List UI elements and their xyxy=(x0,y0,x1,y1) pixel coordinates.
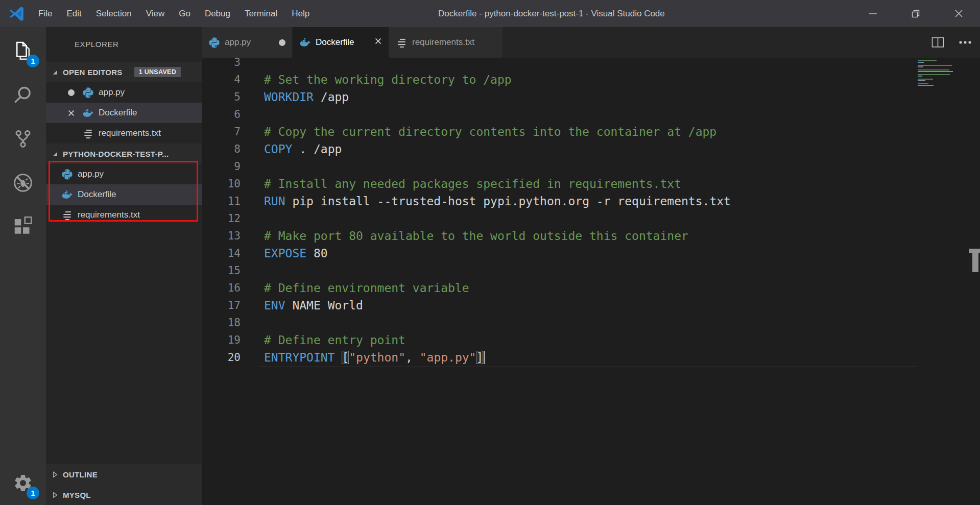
tab-requirements.txt[interactable]: requirements.txt xyxy=(389,27,503,58)
tab-Dockerfile[interactable]: Dockerfile xyxy=(293,27,389,58)
code-text: # Copy the current directory contents in… xyxy=(241,123,716,140)
code-line-8[interactable]: 8COPY . /app xyxy=(202,140,968,158)
line-number[interactable]: 15 xyxy=(202,262,241,279)
line-number[interactable]: 8 xyxy=(202,140,241,158)
code-line-6[interactable]: 6 xyxy=(202,106,968,123)
code-text xyxy=(241,158,264,175)
open-editors-label: OPEN EDITORS xyxy=(63,68,123,77)
text-file-icon xyxy=(82,128,94,139)
code-line-16[interactable]: 16# Define environment variable xyxy=(202,279,968,297)
settings-button[interactable]: 1 xyxy=(0,461,46,505)
line-number[interactable]: 13 xyxy=(202,227,241,245)
close-button[interactable] xyxy=(937,0,980,27)
minimize-button[interactable] xyxy=(851,0,894,27)
line-number[interactable]: 19 xyxy=(202,331,241,349)
explorer-activity-button[interactable]: 1 xyxy=(0,29,46,73)
menu-view[interactable]: View xyxy=(139,0,172,27)
line-number[interactable]: 16 xyxy=(202,279,241,297)
file-label: Dockerfile xyxy=(78,189,116,200)
line-number[interactable]: 7 xyxy=(202,123,241,140)
open-editor-item-requirements.txt[interactable]: requirements.txt xyxy=(46,123,202,143)
docker-file-icon xyxy=(82,107,94,119)
chevron-expanded-icon xyxy=(52,151,58,157)
unsaved-dot-icon xyxy=(68,89,75,96)
code-line-20[interactable]: 20ENTRYPOINT ["python", "app.py"] xyxy=(202,349,968,366)
menu-debug[interactable]: Debug xyxy=(198,0,237,27)
menu-go[interactable]: Go xyxy=(172,0,198,27)
line-number[interactable]: 18 xyxy=(202,314,241,331)
file-label: requirements.txt xyxy=(78,210,140,220)
open-editors-section-header[interactable]: OPEN EDITORS 1 UNSAVED xyxy=(46,62,202,82)
line-number[interactable]: 14 xyxy=(202,245,241,262)
python-file-icon xyxy=(82,87,94,99)
overview-ruler-marker[interactable] xyxy=(969,249,980,253)
code-line-4[interactable]: 4# Set the working directory to /app xyxy=(202,71,968,88)
editor-group: app.pyDockerfilerequirements.txt 34# Set… xyxy=(202,27,980,505)
source-control-activity-button[interactable] xyxy=(0,117,46,161)
explorer-sidebar: EXPLORER OPEN EDITORS 1 UNSAVED app.pyDo… xyxy=(46,27,202,505)
sidebar-bottom-sections: OUTLINE MYSQL xyxy=(46,464,202,505)
code-line-3[interactable]: 3 xyxy=(202,54,968,71)
code-line-11[interactable]: 11RUN pip install --trusted-host pypi.py… xyxy=(202,193,968,210)
code-text: ENV NAME World xyxy=(241,297,363,314)
code-line-14[interactable]: 14EXPOSE 80 xyxy=(202,245,968,262)
git-branch-icon xyxy=(13,128,33,150)
code-line-10[interactable]: 10# Install any needed packages specifie… xyxy=(202,175,968,193)
tab-app.py[interactable]: app.py xyxy=(202,27,293,58)
menu-file[interactable]: File xyxy=(31,0,59,27)
line-number[interactable]: 3 xyxy=(202,54,241,71)
open-editor-item-Dockerfile[interactable]: Dockerfile xyxy=(46,103,202,123)
text-file-icon xyxy=(396,37,408,49)
menu-edit[interactable]: Edit xyxy=(59,0,88,27)
mysql-section-header[interactable]: MYSQL xyxy=(46,485,202,505)
code-text xyxy=(241,262,264,279)
tree-item-app.py[interactable]: app.py xyxy=(46,164,202,184)
extensions-activity-button[interactable] xyxy=(0,205,46,249)
code-text: # Define environment variable xyxy=(241,279,469,297)
folder-name-label: PYTHON-DOCKER-TEST-P... xyxy=(63,150,169,158)
file-label: requirements.txt xyxy=(99,128,161,138)
line-number[interactable]: 20 xyxy=(202,349,241,366)
outline-section-header[interactable]: OUTLINE xyxy=(46,464,202,485)
code-line-7[interactable]: 7# Copy the current directory contents i… xyxy=(202,123,968,140)
line-number[interactable]: 17 xyxy=(202,297,241,314)
editor-action-slot[interactable] xyxy=(64,109,78,117)
line-number[interactable]: 11 xyxy=(202,193,241,210)
tab-close-button[interactable] xyxy=(374,37,382,47)
code-line-17[interactable]: 17ENV NAME World xyxy=(202,297,968,314)
code-line-12[interactable]: 12 xyxy=(202,210,968,227)
minimap[interactable] xyxy=(918,59,967,86)
editor-action-slot xyxy=(64,89,78,96)
menu-help[interactable]: Help xyxy=(284,0,317,27)
debug-activity-button[interactable] xyxy=(0,161,46,205)
menu-selection[interactable]: Selection xyxy=(89,0,139,27)
code-line-18[interactable]: 18 xyxy=(202,314,968,331)
line-number[interactable]: 12 xyxy=(202,210,241,227)
line-number[interactable]: 9 xyxy=(202,158,241,175)
search-activity-button[interactable] xyxy=(0,73,46,117)
tree-item-Dockerfile[interactable]: Dockerfile xyxy=(46,184,202,205)
docker-file-icon xyxy=(299,37,311,49)
split-editor-icon[interactable] xyxy=(931,37,944,48)
folder-section-header[interactable]: PYTHON-DOCKER-TEST-P... xyxy=(46,143,202,164)
window-title: Dockerfile - python-docker-test-post-1 -… xyxy=(438,0,665,27)
code-line-15[interactable]: 15 xyxy=(202,262,968,279)
code-text: EXPOSE 80 xyxy=(241,245,328,262)
line-number[interactable]: 4 xyxy=(202,71,241,88)
restore-button[interactable] xyxy=(894,0,937,27)
code-text xyxy=(241,314,264,331)
tree-item-requirements.txt[interactable]: requirements.txt xyxy=(46,205,202,225)
scrollbar-thumb[interactable] xyxy=(972,253,978,272)
line-number[interactable]: 6 xyxy=(202,106,241,123)
code-editor[interactable]: 34# Set the working directory to /app5WO… xyxy=(202,54,968,366)
code-line-19[interactable]: 19# Define entry point xyxy=(202,331,968,349)
line-number[interactable]: 5 xyxy=(202,88,241,106)
code-line-5[interactable]: 5WORKDIR /app xyxy=(202,88,968,106)
more-actions-icon[interactable] xyxy=(959,40,972,44)
open-editor-item-app.py[interactable]: app.py xyxy=(46,82,202,103)
code-line-9[interactable]: 9 xyxy=(202,158,968,175)
chevron-expanded-icon xyxy=(52,69,58,76)
code-line-13[interactable]: 13# Make port 80 available to the world … xyxy=(202,227,968,245)
line-number[interactable]: 10 xyxy=(202,175,241,193)
menu-terminal[interactable]: Terminal xyxy=(237,0,284,27)
